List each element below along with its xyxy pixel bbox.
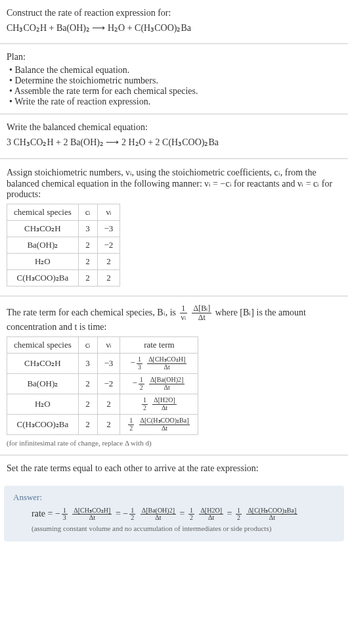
final-section: Set the rate terms equal to each other t… (0, 455, 348, 482)
cell-species: CH₃CO₂H (7, 220, 79, 237)
col-vi: νᵢ (97, 204, 120, 220)
rate-term: 12 Δ[H2O]Δt (187, 509, 225, 518)
frac-den: Δt (199, 515, 223, 522)
cell-vi: −2 (97, 374, 120, 394)
rate-expression: rate = −13 Δ[CH₃CO₂H]Δt = −12 Δ[Ba(OH)2]… (32, 507, 335, 522)
cell-species: CH₃CO₂H (7, 354, 79, 374)
rateterm-intro: The rate term for each chemical species,… (7, 304, 341, 333)
table-row: Ba(OH)₂ 2 −2 −12 Δ[Ba(OH)2]Δt (7, 374, 198, 394)
frac-num: Δ[Bᵢ] (192, 304, 211, 313)
assign-intro: Assign stoichiometric numbers, νᵢ, using… (7, 167, 341, 200)
cell-ci: 2 (78, 237, 97, 253)
rateterm-intro-a: The rate term for each chemical species,… (7, 308, 179, 317)
cell-species: H₂O (7, 394, 79, 415)
coef-frac: 12 (129, 507, 135, 522)
coef-frac: 13 (137, 356, 142, 371)
cell-species: C(H₃COO)₂Ba (7, 415, 79, 435)
delta-frac: Δ[H2O]Δt (199, 507, 223, 522)
plan-item: Assemble the rate term for each chemical… (9, 86, 341, 97)
delta-frac: Δ[Ba(OH)2]Δt (149, 377, 185, 391)
col-rateterm: rate term (120, 337, 198, 354)
frac-den: Δt (141, 515, 176, 522)
balanced-equation: 3 CH₃CO₂H + 2 Ba(OH)₂ ⟶ 2 H₂O + 2 C(H₃CO… (7, 135, 341, 150)
frac-dBi-dt: Δ[Bᵢ]Δt (192, 304, 211, 322)
frac-num: Δ[H2O] (152, 397, 177, 405)
prompt-section: Construct the rate of reaction expressio… (0, 0, 348, 44)
plan-item: Determine the stoichiometric numbers. (9, 76, 341, 86)
frac-num: 1 (139, 377, 144, 384)
cell-rateterm: −13 Δ[CH₃CO₂H]Δt (120, 354, 198, 374)
rate-term: 12 Δ[C(H₃COO)₂Ba]Δt (234, 509, 299, 518)
cell-ci: 2 (78, 253, 97, 269)
frac-den: Δt (147, 364, 186, 371)
sign: − (123, 509, 128, 518)
cell-vi: 2 (97, 415, 120, 435)
answer-content: rate = −13 Δ[CH₃CO₂H]Δt = −12 Δ[Ba(OH)2]… (13, 507, 335, 532)
assign-section: Assign stoichiometric numbers, νᵢ, using… (0, 159, 348, 296)
cell-species: Ba(OH)₂ (7, 374, 79, 394)
delta-frac: Δ[C(H₃COO)₂Ba]Δt (139, 417, 190, 432)
cell-rateterm: 12 Δ[C(H₃COO)₂Ba]Δt (120, 415, 198, 435)
delta-frac: Δ[H2O]Δt (152, 397, 177, 411)
cell-ci: 2 (78, 269, 97, 286)
stoich-table: chemical species cᵢ νᵢ CH₃CO₂H3−3 Ba(OH)… (7, 204, 120, 287)
frac-den: 3 (62, 515, 68, 522)
col-ci: cᵢ (78, 204, 97, 220)
cell-vi: −3 (97, 220, 120, 237)
sign: − (132, 378, 137, 388)
delta-frac: Δ[CH₃CO₂H]Δt (147, 356, 186, 371)
cell-rateterm: −12 Δ[Ba(OH)2]Δt (120, 374, 198, 394)
cell-species: C(H₃COO)₂Ba (7, 269, 79, 286)
coef-frac: 12 (139, 377, 144, 391)
cell-ci: 2 (78, 394, 97, 415)
balanced-section: Write the balanced chemical equation: 3 … (0, 114, 348, 158)
cell-ci: 3 (78, 354, 97, 374)
frac-num: Δ[CH₃CO₂H] (147, 356, 186, 364)
plan-list: Balance the chemical equation. Determine… (9, 65, 341, 107)
table-header-row: chemical species cᵢ νᵢ (7, 204, 120, 220)
cell-ci: 2 (78, 374, 97, 394)
table-row: H₂O22 (7, 253, 120, 269)
frac-den: Δt (246, 515, 297, 522)
col-species: chemical species (7, 337, 79, 354)
cell-ci: 2 (78, 415, 97, 435)
rateterm-table: chemical species cᵢ νᵢ rate term CH₃CO₂H… (7, 336, 198, 435)
coef-frac: 12 (188, 507, 194, 522)
frac-den: 2 (236, 515, 242, 522)
cell-species: Ba(OH)₂ (7, 237, 79, 253)
coef-frac: 12 (142, 397, 148, 411)
plan-item: Write the rate of reaction expression. (9, 97, 341, 107)
table-header-row: chemical species cᵢ νᵢ rate term (7, 337, 198, 354)
table-row: CH₃CO₂H 3 −3 −13 Δ[CH₃CO₂H]Δt (7, 354, 198, 374)
frac-1-over-vi: 1νᵢ (180, 304, 187, 322)
plan-item: Balance the chemical equation. (9, 65, 341, 76)
final-title: Set the rate terms equal to each other t… (7, 463, 341, 474)
rateterm-note: (for infinitesimal rate of change, repla… (7, 439, 341, 447)
frac-num: 1 (128, 417, 134, 425)
frac-num: 1 (142, 397, 148, 405)
frac-den: 2 (139, 384, 144, 392)
frac-den: Δt (72, 515, 112, 522)
coef-frac: 12 (236, 507, 242, 522)
prompt-line1: Construct the rate of reaction expressio… (7, 8, 341, 18)
answer-note: (assuming constant volume and no accumul… (32, 524, 335, 532)
rate-term: −13 Δ[CH₃CO₂H]Δt (55, 509, 114, 518)
sign: − (131, 357, 135, 367)
table-row: Ba(OH)₂2−2 (7, 237, 120, 253)
frac-den: Δt (149, 384, 185, 392)
frac-den: 2 (129, 515, 135, 522)
answer-label: Answer: (13, 492, 335, 503)
rateterm-formula: 1νᵢ Δ[Bᵢ]Δt (179, 308, 215, 317)
cell-vi: −2 (97, 237, 120, 253)
frac-num: Δ[C(H₃COO)₂Ba] (139, 417, 190, 425)
frac-den: 2 (188, 515, 194, 522)
answer-box: Answer: rate = −13 Δ[CH₃CO₂H]Δt = −12 Δ[… (4, 486, 344, 541)
col-ci: cᵢ (78, 337, 97, 354)
rateterm-section: The rate term for each chemical species,… (0, 296, 348, 455)
table-row: C(H₃COO)₂Ba 2 2 12 Δ[C(H₃COO)₂Ba]Δt (7, 415, 198, 435)
sign: − (55, 509, 60, 518)
table-row: H₂O 2 2 12 Δ[H2O]Δt (7, 394, 198, 415)
table-row: CH₃CO₂H3−3 (7, 220, 120, 237)
coef-frac: 12 (128, 417, 134, 432)
frac-den: 2 (142, 405, 148, 412)
